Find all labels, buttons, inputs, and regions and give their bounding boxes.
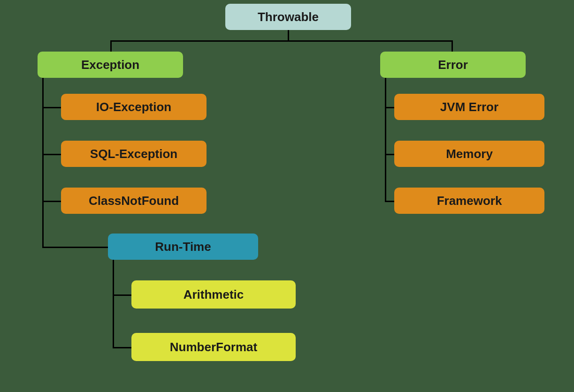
- node-error: Error: [380, 52, 526, 78]
- node-memory: Memory: [394, 141, 544, 167]
- connector: [385, 201, 394, 202]
- connector: [113, 260, 114, 347]
- label-exception: Exception: [81, 58, 139, 72]
- node-exception: Exception: [38, 52, 183, 78]
- label-sql-exception: SQL-Exception: [90, 147, 177, 161]
- label-classnotfound: ClassNotFound: [89, 194, 179, 208]
- connector: [42, 154, 61, 155]
- node-throwable: Throwable: [225, 4, 351, 30]
- label-io-exception: IO-Exception: [96, 100, 171, 114]
- label-runtime: Run-Time: [155, 240, 211, 254]
- connector: [385, 154, 394, 155]
- connector: [288, 30, 289, 41]
- node-arithmetic: Arithmetic: [131, 280, 296, 309]
- label-arithmetic: Arithmetic: [184, 287, 244, 302]
- label-throwable: Throwable: [258, 10, 319, 24]
- connector: [110, 40, 112, 52]
- node-jvm-error: JVM Error: [394, 94, 544, 120]
- connector: [113, 347, 131, 348]
- connector: [385, 78, 386, 201]
- connector: [42, 201, 61, 202]
- label-memory: Memory: [446, 147, 493, 161]
- node-framework: Framework: [394, 188, 544, 214]
- label-error: Error: [438, 58, 468, 72]
- label-jvm-error: JVM Error: [440, 100, 498, 114]
- connector: [385, 107, 394, 108]
- node-io-exception: IO-Exception: [61, 94, 207, 120]
- connector: [42, 107, 61, 108]
- connector: [113, 294, 131, 296]
- connector: [42, 78, 44, 247]
- label-numberformat: NumberFormat: [170, 340, 257, 354]
- connector: [110, 40, 453, 42]
- connector: [452, 40, 453, 52]
- node-sql-exception: SQL-Exception: [61, 141, 207, 167]
- node-numberformat: NumberFormat: [131, 333, 296, 361]
- connector: [42, 247, 108, 248]
- node-runtime: Run-Time: [108, 234, 258, 260]
- label-framework: Framework: [437, 194, 502, 208]
- node-classnotfound: ClassNotFound: [61, 188, 207, 214]
